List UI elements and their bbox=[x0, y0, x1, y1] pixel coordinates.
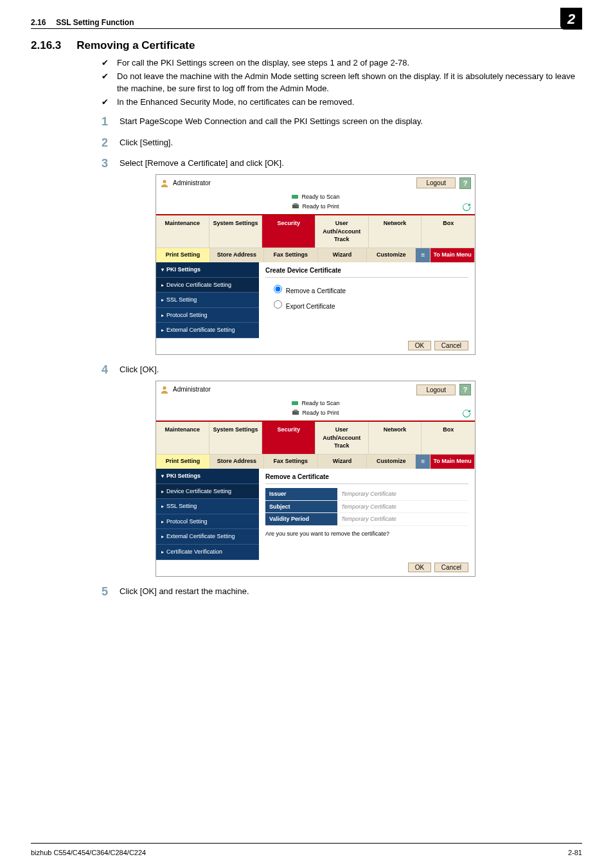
subsection-number: 2.16.3 bbox=[31, 39, 61, 51]
sidebar-item-ssl[interactable]: SSL Setting bbox=[156, 499, 259, 514]
cell-key: Issuer bbox=[265, 488, 337, 500]
chevron-right-icon bbox=[161, 502, 164, 511]
subtab-fax-settings[interactable]: Fax Settings bbox=[264, 248, 318, 262]
tab-network[interactable]: Network bbox=[369, 215, 422, 248]
subtab-customize[interactable]: Customize bbox=[367, 455, 416, 469]
printer-icon bbox=[292, 203, 299, 210]
panel-title: Create Device Certificate bbox=[265, 266, 468, 278]
subtab-to-main-menu[interactable]: To Main Menu bbox=[431, 248, 475, 262]
sidebar-item-external-cert[interactable]: External Certificate Setting bbox=[156, 529, 259, 545]
table-row: SubjectTemporary Certificate bbox=[265, 500, 468, 513]
sidebar-item-ssl[interactable]: SSL Setting bbox=[156, 293, 259, 308]
refresh-icon[interactable] bbox=[462, 409, 471, 418]
tab-system-settings[interactable]: System Settings bbox=[209, 215, 263, 248]
status-print: Ready to Print bbox=[302, 409, 339, 417]
subtab-store-address[interactable]: Store Address bbox=[210, 455, 264, 469]
sidebar-item-external-cert[interactable]: External Certificate Setting bbox=[156, 323, 259, 338]
footer-model: bizhub C554/C454/C364/C284/C224 bbox=[31, 849, 146, 856]
svg-rect-6 bbox=[292, 401, 298, 405]
sidebar: PKI Settings Device Certificate Setting … bbox=[156, 262, 259, 338]
sidebar: PKI Settings Device Certificate Setting … bbox=[156, 469, 259, 560]
svg-rect-3 bbox=[294, 203, 298, 205]
pagescope-console: Administrator Logout ? Ready to Scan bbox=[155, 381, 475, 577]
help-icon[interactable]: ? bbox=[459, 177, 471, 189]
svg-point-4 bbox=[297, 206, 298, 207]
chevron-right-icon bbox=[161, 311, 164, 320]
svg-rect-8 bbox=[294, 410, 298, 411]
subsection-heading: 2.16.3Removing a Certificate bbox=[31, 39, 582, 52]
chevron-right-icon bbox=[161, 296, 164, 304]
subtab-to-main-menu[interactable]: To Main Menu bbox=[431, 455, 475, 469]
svg-point-5 bbox=[163, 386, 166, 390]
subtab-wizard[interactable]: Wizard bbox=[318, 455, 367, 469]
main-panel: Remove a Certificate IssuerTemporary Cer… bbox=[259, 469, 475, 560]
sidebar-header-pki[interactable]: PKI Settings bbox=[156, 262, 259, 278]
step-list: Start PageScope Web Connection and call … bbox=[31, 116, 582, 597]
subtab-list-icon[interactable]: ≡ bbox=[416, 455, 431, 469]
sidebar-header-pki[interactable]: PKI Settings bbox=[156, 469, 259, 484]
sub-tabs: Print Setting Store Address Fax Settings… bbox=[156, 248, 475, 262]
sidebar-item-cert-verification[interactable]: Certificate Verification bbox=[156, 545, 259, 560]
sidebar-item-protocol[interactable]: Protocol Setting bbox=[156, 514, 259, 530]
step-item: Click [Setting]. bbox=[102, 137, 582, 149]
svg-point-9 bbox=[297, 412, 298, 413]
radio-remove-cert[interactable]: Remove a Certificate bbox=[271, 287, 346, 294]
tab-security[interactable]: Security bbox=[262, 215, 315, 248]
subtab-list-icon[interactable]: ≡ bbox=[416, 248, 431, 262]
tab-maintenance[interactable]: Maintenance bbox=[156, 422, 209, 454]
tab-security[interactable]: Security bbox=[262, 422, 315, 454]
subtab-fax-settings[interactable]: Fax Settings bbox=[264, 455, 318, 469]
logout-button[interactable]: Logout bbox=[416, 384, 456, 395]
subtab-customize[interactable]: Customize bbox=[367, 248, 416, 262]
cancel-button[interactable]: Cancel bbox=[434, 563, 468, 572]
sidebar-item-device-cert[interactable]: Device Certificate Setting bbox=[156, 484, 259, 500]
ok-button[interactable]: OK bbox=[408, 341, 431, 350]
footer-page: 2-81 bbox=[568, 849, 582, 856]
radio-export-input[interactable] bbox=[274, 300, 282, 309]
scanner-icon bbox=[291, 194, 299, 200]
printer-icon bbox=[292, 409, 299, 417]
tab-user-auth[interactable]: User Auth/Account Track bbox=[315, 422, 369, 454]
refresh-icon[interactable] bbox=[462, 203, 471, 212]
check-item: In the Enhanced Security Mode, no certif… bbox=[102, 96, 582, 109]
status-print: Ready to Print bbox=[302, 203, 339, 211]
status-scan: Ready to Scan bbox=[301, 193, 339, 201]
chevron-right-icon bbox=[161, 281, 164, 289]
chevron-right-icon bbox=[161, 532, 164, 541]
footer-divider bbox=[31, 843, 582, 844]
sidebar-item-protocol[interactable]: Protocol Setting bbox=[156, 308, 259, 323]
tab-user-auth[interactable]: User Auth/Account Track bbox=[315, 215, 369, 248]
chevron-right-icon bbox=[161, 548, 164, 556]
main-tabs: Maintenance System Settings Security Use… bbox=[156, 214, 475, 248]
logout-button[interactable]: Logout bbox=[416, 177, 456, 188]
radio-export-cert[interactable]: Export Certificate bbox=[271, 303, 335, 310]
chevron-right-icon bbox=[161, 326, 164, 334]
chevron-down-icon bbox=[161, 266, 164, 274]
scanner-icon bbox=[291, 400, 299, 406]
check-item: For call the PKI Settings screen on the … bbox=[102, 57, 582, 69]
radio-remove-input[interactable] bbox=[274, 285, 282, 293]
main-tabs: Maintenance System Settings Security Use… bbox=[156, 420, 475, 454]
cancel-button[interactable]: Cancel bbox=[434, 341, 468, 350]
sidebar-item-device-cert[interactable]: Device Certificate Setting bbox=[156, 278, 259, 293]
main-panel: Create Device Certificate Remove a Certi… bbox=[259, 262, 475, 338]
subtab-print-setting[interactable]: Print Setting bbox=[156, 248, 210, 262]
help-icon[interactable]: ? bbox=[459, 384, 471, 395]
table-row: IssuerTemporary Certificate bbox=[265, 488, 468, 500]
step-item: Start PageScope Web Connection and call … bbox=[102, 116, 582, 127]
header-section-title: SSL Setting Function bbox=[56, 18, 134, 27]
ok-button[interactable]: OK bbox=[408, 563, 431, 572]
tab-system-settings[interactable]: System Settings bbox=[209, 422, 263, 454]
divider bbox=[31, 28, 582, 29]
subtab-wizard[interactable]: Wizard bbox=[318, 248, 367, 262]
tab-maintenance[interactable]: Maintenance bbox=[156, 215, 209, 248]
tab-network[interactable]: Network bbox=[369, 422, 422, 454]
subtab-print-setting[interactable]: Print Setting bbox=[156, 455, 210, 469]
subtab-store-address[interactable]: Store Address bbox=[210, 248, 264, 262]
tab-box[interactable]: Box bbox=[422, 215, 475, 248]
tab-box[interactable]: Box bbox=[422, 422, 475, 454]
step-item: Click [OK]. Administrator Logout ? bbox=[102, 364, 582, 577]
check-item: Do not leave the machine with the Admin … bbox=[102, 71, 582, 95]
svg-rect-1 bbox=[292, 195, 298, 199]
status-scan: Ready to Scan bbox=[301, 399, 339, 408]
